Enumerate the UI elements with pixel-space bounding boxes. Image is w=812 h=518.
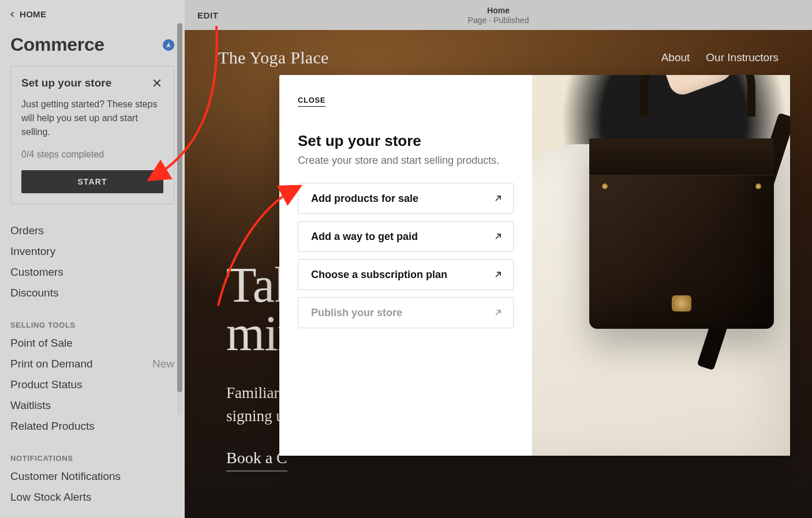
- scrollbar[interactable]: [177, 23, 182, 415]
- back-home-link[interactable]: HOME: [0, 0, 185, 26]
- nav-waitlists[interactable]: Waitlists: [10, 395, 174, 416]
- close-icon[interactable]: [151, 77, 163, 92]
- nav-label: Low Stock Alerts: [10, 491, 91, 504]
- site-links: About Our Instructors: [661, 51, 779, 64]
- nav-orders[interactable]: Orders: [10, 220, 174, 241]
- edit-button[interactable]: EDIT: [197, 10, 219, 20]
- topbar: EDIT Home Page · Published: [185, 0, 812, 30]
- svg-line-5: [496, 310, 500, 315]
- setup-card: Set up your store Just getting started? …: [10, 66, 174, 204]
- arrow-icon: [493, 308, 503, 317]
- svg-line-4: [496, 272, 500, 277]
- step-publish[interactable]: Publish your store: [298, 297, 514, 328]
- step-label: Publish your store: [311, 307, 402, 319]
- setup-card-progress: 0/4 steps completed: [21, 149, 163, 160]
- step-label: Add a way to get paid: [311, 231, 418, 243]
- close-button[interactable]: CLOSE: [298, 96, 325, 107]
- modal-image: [532, 75, 790, 456]
- link-instructors[interactable]: Our Instructors: [706, 51, 779, 64]
- sub-line: Familiari: [226, 384, 283, 401]
- nav-label: Customer Notifications: [10, 470, 121, 483]
- nav-label: Related Products: [10, 420, 95, 433]
- nav-notifications: NOTIFICATIONS Customer Notifications Low…: [0, 442, 185, 513]
- arrow-icon: [493, 194, 503, 203]
- svg-line-2: [496, 196, 500, 201]
- svg-line-3: [496, 234, 500, 239]
- nav-point-of-sale[interactable]: Point of Sale: [10, 333, 174, 354]
- section-header: SELLING TOOLS: [10, 313, 174, 333]
- nav-label: Product Status: [10, 378, 83, 391]
- step-label: Choose a subscription plan: [311, 269, 447, 281]
- arrow-icon: [493, 232, 503, 241]
- setup-card-body: Just getting started? These steps will h…: [21, 97, 163, 139]
- start-button[interactable]: START: [21, 170, 163, 193]
- nav-primary: Orders Inventory Customers Discounts: [0, 217, 185, 309]
- site-logo[interactable]: The Yoga Place: [218, 48, 329, 67]
- sidebar: HOME Commerce Set up your store Just get…: [0, 0, 185, 518]
- link-about[interactable]: About: [661, 51, 690, 64]
- hero-cta[interactable]: Book a C: [226, 449, 287, 471]
- section-header: NOTIFICATIONS: [10, 446, 174, 466]
- arrow-icon: [493, 270, 503, 279]
- page-title: Home: [468, 6, 529, 15]
- new-tag: New: [152, 358, 174, 370]
- nav-label: Point of Sale: [10, 337, 73, 350]
- nav-customers[interactable]: Customers: [10, 262, 174, 283]
- nav-label: Discounts: [10, 287, 58, 299]
- sub-line: signing u: [226, 407, 284, 425]
- back-home-label: HOME: [20, 9, 46, 19]
- step-add-products[interactable]: Add products for sale: [298, 183, 514, 214]
- help-icon[interactable]: [163, 39, 174, 51]
- scroll-thumb[interactable]: [177, 23, 182, 392]
- nav-label: Waitlists: [10, 399, 51, 412]
- nav-discounts[interactable]: Discounts: [10, 283, 174, 303]
- step-get-paid[interactable]: Add a way to get paid: [298, 221, 514, 252]
- nav-customer-notifications[interactable]: Customer Notifications: [10, 466, 174, 487]
- nav-label: Inventory: [10, 245, 55, 258]
- nav-related-products[interactable]: Related Products: [10, 416, 174, 437]
- nav-inventory[interactable]: Inventory: [10, 241, 174, 262]
- modal-content: CLOSE Set up your store Create your stor…: [279, 75, 532, 456]
- nav-label: Customers: [10, 266, 63, 279]
- page-subtitle: Page · Published: [468, 16, 529, 25]
- nav-label: Print on Demand: [10, 358, 93, 370]
- setup-card-title: Set up your store: [21, 77, 111, 89]
- chevron-left-icon: [8, 10, 16, 18]
- setup-modal: CLOSE Set up your store Create your stor…: [279, 75, 790, 456]
- modal-title: Set up your store: [298, 132, 514, 150]
- nav-product-status[interactable]: Product Status: [10, 374, 174, 395]
- nav-print-on-demand[interactable]: Print on Demand New: [10, 354, 174, 374]
- step-label: Add products for sale: [311, 193, 418, 205]
- panel-title: Commerce: [10, 34, 104, 55]
- step-subscription[interactable]: Choose a subscription plan: [298, 259, 514, 290]
- page-status: Home Page · Published: [468, 6, 529, 25]
- illustration-bag: [589, 138, 774, 329]
- nav-low-stock-alerts[interactable]: Low Stock Alerts: [10, 487, 174, 508]
- modal-steps: Add products for sale Add a way to get p…: [298, 183, 514, 328]
- nav-selling-tools: SELLING TOOLS Point of Sale Print on Dem…: [0, 309, 185, 442]
- modal-subtitle: Create your store and start selling prod…: [298, 155, 514, 167]
- nav-label: Orders: [10, 224, 44, 237]
